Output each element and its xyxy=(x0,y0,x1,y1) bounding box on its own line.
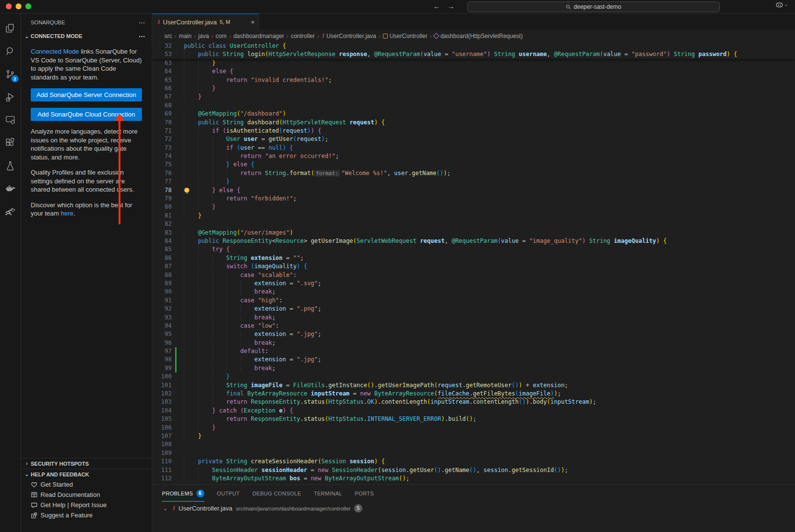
code-line[interactable]: 88 case "scalable": xyxy=(152,271,795,279)
code-line[interactable]: 83 @GetMapping("/user/images") xyxy=(152,229,795,237)
source-control-icon[interactable]: 2 xyxy=(0,62,20,85)
code-line[interactable]: 105 return ResponseEntity.status(HttpSta… xyxy=(152,415,795,423)
help-item-suggest-feature[interactable]: Suggest a Feature xyxy=(21,510,152,520)
code-line[interactable]: 63 } xyxy=(152,59,795,67)
line-number[interactable]: 83 xyxy=(152,229,172,237)
code-line[interactable]: 79 return "forbidden!"; xyxy=(152,195,795,203)
line-number[interactable]: 95 xyxy=(152,330,172,338)
testing-icon[interactable] xyxy=(0,154,20,177)
breadcrumb-item[interactable]: com xyxy=(216,33,227,39)
explorer-icon[interactable] xyxy=(0,17,20,39)
line-number[interactable]: 77 xyxy=(152,177,172,186)
tab-output[interactable]: OUTPUT xyxy=(217,485,240,502)
line-number[interactable]: 68 xyxy=(152,101,172,110)
code-line[interactable]: 32public class UserController { xyxy=(152,42,795,50)
line-number[interactable]: 111 xyxy=(152,466,172,474)
code-line[interactable]: 101 String imageFile = FileUtils.getInst… xyxy=(152,381,795,390)
sidebar-more-actions[interactable]: ⋯ xyxy=(139,19,146,26)
code-line[interactable]: 75 } else { xyxy=(152,160,795,169)
search-view-icon[interactable] xyxy=(0,39,20,62)
code-line[interactable]: 107 } xyxy=(152,432,795,440)
code-line[interactable]: 103 return ResponseEntity.status(HttpSta… xyxy=(152,398,795,406)
code-line[interactable]: 77 } xyxy=(152,177,795,186)
section-connected-mode[interactable]: ⌄ CONNECTED MODE ⋯ xyxy=(21,31,152,41)
code-line[interactable]: 99 break; xyxy=(152,364,795,373)
line-number[interactable]: 76 xyxy=(152,169,172,177)
remote-explorer-icon[interactable] xyxy=(0,108,20,131)
code-line[interactable]: 92 extension = ".png"; xyxy=(152,305,795,313)
code-line[interactable]: 102 final ByteArrayResource inputStream … xyxy=(152,390,795,398)
line-number[interactable]: 63 xyxy=(152,59,172,67)
line-number[interactable]: 94 xyxy=(152,322,172,330)
line-number[interactable]: 97 xyxy=(152,347,172,355)
tab-problems[interactable]: PROBLEMS 6 xyxy=(162,485,204,502)
here-link[interactable]: here xyxy=(60,210,73,217)
code-line[interactable]: 76 return String.format(format:"Welcome … xyxy=(152,169,795,177)
help-item-get-started[interactable]: Get Started xyxy=(21,479,152,490)
code-line[interactable]: 106 } xyxy=(152,424,795,432)
line-number[interactable]: 105 xyxy=(152,415,172,423)
line-number[interactable]: 96 xyxy=(152,339,172,347)
lightbulb-icon[interactable] xyxy=(184,188,189,193)
docker-icon[interactable] xyxy=(0,177,20,200)
line-number[interactable]: 69 xyxy=(152,110,172,118)
code-line[interactable]: 72 User user = getUser(request); xyxy=(152,135,795,143)
line-number[interactable]: 88 xyxy=(152,271,172,279)
line-number[interactable]: 75 xyxy=(152,160,172,169)
line-number[interactable]: 102 xyxy=(152,390,172,398)
code-line[interactable]: 66 } xyxy=(152,84,795,93)
line-number[interactable]: 80 xyxy=(152,203,172,211)
breadcrumb-item[interactable]: dashboard(HttpServletRequest) xyxy=(434,33,523,39)
code-line[interactable]: 112 ByteArrayOutputStream bos = new Byte… xyxy=(152,474,795,483)
line-number[interactable]: 86 xyxy=(152,254,172,262)
close-window-button[interactable] xyxy=(6,3,12,9)
line-number[interactable]: 81 xyxy=(152,212,172,220)
navigate-back-button[interactable]: ← xyxy=(433,2,440,10)
code-line[interactable]: 110 private String createSessionHeader(S… xyxy=(152,457,795,466)
code-line[interactable]: 70 public String dashboard(HttpServletRe… xyxy=(152,118,795,127)
extensions-icon[interactable] xyxy=(0,131,20,154)
line-number[interactable]: 100 xyxy=(152,373,172,381)
code-line[interactable]: 68 xyxy=(152,101,795,110)
line-number[interactable]: 87 xyxy=(152,262,172,271)
line-number[interactable]: 78 xyxy=(152,186,172,195)
line-number[interactable]: 108 xyxy=(152,440,172,449)
connected-mode-link[interactable]: Connected Mode xyxy=(31,48,79,55)
breadcrumb-item[interactable]: controller xyxy=(291,33,315,39)
code-line[interactable]: 67 } xyxy=(152,93,795,101)
copilot-menu[interactable] xyxy=(775,2,788,8)
code-line[interactable]: 86 String extension = ""; xyxy=(152,254,795,262)
code-line[interactable]: 64 else { xyxy=(152,67,795,76)
breadcrumb-item[interactable]: UserController xyxy=(383,33,427,39)
line-number[interactable]: 84 xyxy=(152,237,172,245)
code-line[interactable]: 87 switch (imageQuality) { xyxy=(152,262,795,271)
code-line[interactable]: 111 SessionHeader sessionHeader = new Se… xyxy=(152,466,795,474)
code-line[interactable]: 71 if (isAuthenticated(request)) { xyxy=(152,127,795,135)
line-number[interactable]: 101 xyxy=(152,381,172,390)
breadcrumb-item[interactable]: dashboardmanager xyxy=(233,33,284,39)
breadcrumb-item[interactable]: java xyxy=(198,33,209,39)
code-line[interactable]: 94 case "low": xyxy=(152,322,795,330)
code-line[interactable]: 91 case "high": xyxy=(152,296,795,305)
line-number[interactable]: 72 xyxy=(152,135,172,143)
code-line[interactable]: 109 xyxy=(152,449,795,457)
add-server-connection-button[interactable]: Add SonarQube Server Connection xyxy=(31,88,142,101)
close-tab-icon[interactable]: × xyxy=(251,19,255,26)
line-number[interactable]: 70 xyxy=(152,118,172,127)
code-line[interactable]: 95 extension = ".jpg"; xyxy=(152,330,795,338)
line-number[interactable]: 53 xyxy=(152,50,172,59)
breadcrumb-item[interactable]: main xyxy=(179,33,192,39)
code-line[interactable]: 85 try { xyxy=(152,245,795,254)
code-line[interactable]: 96 break; xyxy=(152,339,795,347)
code-line[interactable]: 108 xyxy=(152,440,795,449)
line-number[interactable]: 71 xyxy=(152,127,172,135)
line-number[interactable]: 67 xyxy=(152,93,172,101)
add-cloud-connection-button[interactable]: Add SonarQube Cloud Connection xyxy=(31,108,142,121)
line-number[interactable]: 106 xyxy=(152,424,172,432)
line-number[interactable]: 93 xyxy=(152,314,172,322)
sonarqube-view-icon[interactable] xyxy=(0,200,20,223)
command-center-search[interactable]: deeper-sast-demo xyxy=(467,1,720,12)
tab-debug-console[interactable]: DEBUG CONSOLE xyxy=(253,485,301,502)
line-number[interactable]: 66 xyxy=(152,84,172,93)
tab-terminal[interactable]: TERMINAL xyxy=(314,485,342,502)
